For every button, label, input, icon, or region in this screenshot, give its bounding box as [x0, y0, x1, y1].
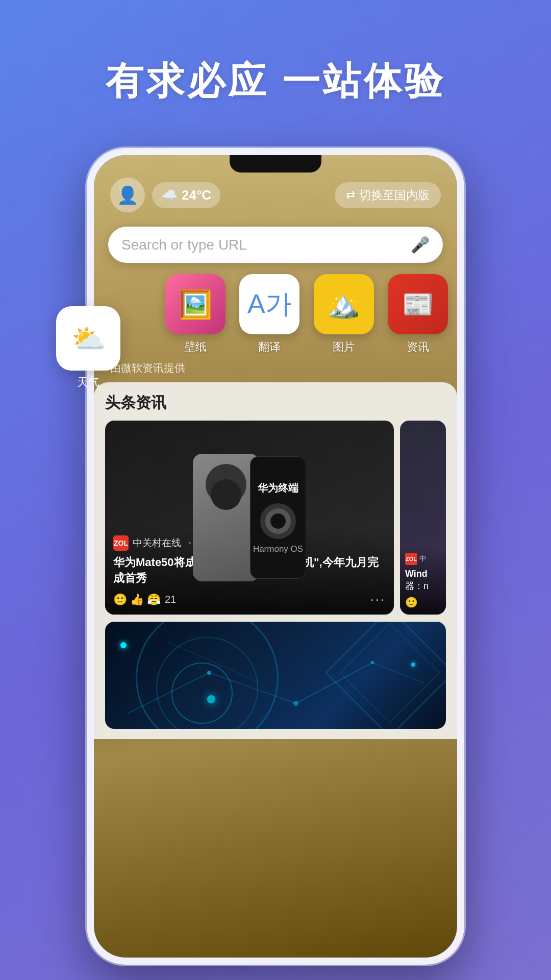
svg-point-6 [293, 701, 298, 706]
partial-subtitle: 器：n [405, 580, 441, 592]
wallpaper-label: 壁纸 [184, 339, 207, 355]
news-card-partial[interactable]: ZOL 中 Wind 器：n 🙂 [400, 421, 446, 615]
news-app-item[interactable]: 📰 资讯 [383, 274, 454, 355]
news-cards-container: 华为终端 Harmony OS [105, 421, 446, 615]
cloud-icon: ☁️ [161, 187, 178, 203]
translate-icon-graphic: A가 [247, 286, 292, 322]
partial-reaction-icon[interactable]: 🙂 [405, 597, 418, 608]
weather-pill[interactable]: ☁️ 24°C [152, 182, 220, 208]
phone-silhouette-left [193, 454, 259, 581]
switch-to-cn-button[interactable]: ⇄ 切换至国内版 [335, 182, 441, 208]
svg-line-4 [168, 642, 260, 683]
news-section-title: 头条资讯 [105, 393, 446, 413]
wallpaper-app-item[interactable]: 🖼️ 壁纸 [160, 274, 231, 355]
phone-container: ⛅ 天气 👤 [87, 148, 464, 965]
news-label: 资讯 [407, 339, 429, 355]
news-app-icon: 📰 [388, 274, 448, 334]
temperature-display: 24°C [182, 187, 211, 203]
news-card-main[interactable]: 华为终端 Harmony OS [105, 421, 394, 615]
news-reactions-row: 🙂 👍 😤 21 ··· [113, 592, 386, 607]
user-icon: 👤 [117, 185, 138, 205]
news-panel: 头条资讯 [94, 382, 457, 739]
weather-cloud-icon: ⛅ [71, 323, 106, 355]
switch-icon: ⇄ [346, 188, 355, 202]
screen-content: 👤 ☁️ 24°C ⇄ 切换至国内版 [94, 155, 457, 958]
partial-card-overlay: ZOL 中 Wind 器：n 🙂 [400, 547, 446, 615]
translate-label: 翻译 [258, 339, 281, 355]
floating-weather-label: 天气 [58, 375, 118, 390]
photos-icon-graphic: 🏔️ [327, 289, 360, 320]
svg-line-0 [128, 673, 209, 714]
harmony-label: Harmony OS [253, 544, 303, 554]
add-reaction-icon[interactable]: 🙂 [113, 593, 127, 606]
floating-weather-icon[interactable]: ⛅ [56, 306, 120, 371]
partial-headline: Wind [405, 568, 441, 580]
svg-line-1 [209, 673, 296, 703]
ms-credit-text: 由微软资讯提供 [94, 359, 457, 382]
translate-app-item[interactable]: A가 翻译 [235, 274, 305, 355]
reaction-thumbs: 👍 [130, 593, 144, 606]
huawei-terminal-label: 华为终端 [258, 481, 298, 495]
news-source-icon: ZOL [113, 535, 129, 551]
quick-apps-row: 🖼️ 壁纸 A가 翻译 🏔️ [94, 274, 457, 359]
reaction-count: 21 [165, 594, 176, 605]
search-placeholder-text: Search or type URL [121, 237, 411, 253]
news-card-cyber[interactable] [105, 622, 446, 729]
svg-point-5 [207, 671, 211, 675]
avatar-button[interactable]: 👤 [110, 178, 145, 212]
photos-app-icon: 🏔️ [314, 274, 374, 334]
phone-silhouette-right: 华为终端 Harmony OS [250, 456, 306, 579]
photos-label: 图片 [333, 339, 355, 355]
search-bar[interactable]: Search or type URL 🎤 [108, 227, 443, 263]
news-icon-graphic: 📰 [402, 289, 434, 319]
hero-title: 有求必应 一站体验 [0, 0, 551, 107]
wallpaper-icon-graphic: 🖼️ [178, 288, 212, 321]
phone-notch [230, 155, 321, 173]
microphone-icon[interactable]: 🎤 [411, 236, 430, 254]
more-options-button[interactable]: ··· [370, 592, 386, 607]
reaction-angry: 😤 [147, 593, 161, 606]
photos-app-item[interactable]: 🏔️ 图片 [309, 274, 379, 355]
phone-frame: 👤 ☁️ 24°C ⇄ 切换至国内版 [87, 148, 464, 965]
translate-app-icon: A가 [239, 274, 299, 334]
phone-screen: 👤 ☁️ 24°C ⇄ 切换至国内版 [94, 155, 457, 958]
wallpaper-app-icon: 🖼️ [165, 274, 226, 334]
news-source-name: 中关村在线 [133, 536, 181, 550]
status-left: 👤 ☁️ 24°C [110, 178, 220, 212]
switch-label: 切换至国内版 [359, 187, 430, 203]
